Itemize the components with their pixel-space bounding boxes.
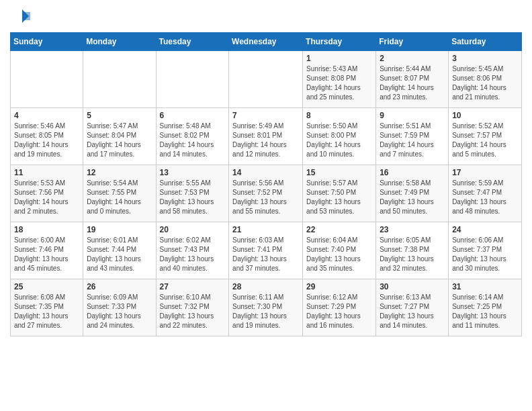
calendar-cell: 7Sunrise: 5:49 AM Sunset: 8:01 PM Daylig… — [229, 108, 303, 165]
day-info: Sunrise: 6:11 AM Sunset: 7:30 PM Dayligh… — [232, 293, 299, 330]
calendar-cell: 22Sunrise: 6:04 AM Sunset: 7:40 PM Dayli… — [303, 222, 376, 279]
calendar-cell: 9Sunrise: 5:51 AM Sunset: 7:59 PM Daylig… — [376, 108, 449, 165]
calendar-week: 4Sunrise: 5:46 AM Sunset: 8:05 PM Daylig… — [11, 108, 522, 165]
calendar-cell: 2Sunrise: 5:44 AM Sunset: 8:07 PM Daylig… — [376, 51, 449, 108]
day-info: Sunrise: 5:48 AM Sunset: 8:02 PM Dayligh… — [160, 122, 226, 159]
day-number: 29 — [306, 282, 372, 291]
page: SundayMondayTuesdayWednesdayThursdayFrid… — [0, 0, 532, 411]
day-info: Sunrise: 5:50 AM Sunset: 8:00 PM Dayligh… — [306, 122, 372, 159]
calendar-cell — [83, 51, 156, 108]
day-number: 16 — [380, 168, 445, 177]
weekday-header: Saturday — [449, 33, 522, 51]
calendar-week: 25Sunrise: 6:08 AM Sunset: 7:35 PM Dayli… — [11, 279, 522, 336]
calendar-cell: 23Sunrise: 6:05 AM Sunset: 7:38 PM Dayli… — [376, 222, 449, 279]
calendar-cell: 29Sunrise: 6:12 AM Sunset: 7:29 PM Dayli… — [303, 279, 376, 336]
calendar-cell: 1Sunrise: 5:43 AM Sunset: 8:08 PM Daylig… — [303, 51, 376, 108]
calendar-week: 11Sunrise: 5:53 AM Sunset: 7:56 PM Dayli… — [11, 165, 522, 222]
day-number: 28 — [232, 282, 299, 291]
day-info: Sunrise: 6:03 AM Sunset: 7:41 PM Dayligh… — [232, 236, 299, 273]
weekday-header: Thursday — [303, 33, 376, 51]
day-number: 26 — [87, 282, 152, 291]
day-info: Sunrise: 6:13 AM Sunset: 7:27 PM Dayligh… — [380, 293, 445, 330]
day-info: Sunrise: 5:59 AM Sunset: 7:47 PM Dayligh… — [452, 179, 518, 216]
svg-marker-1 — [25, 12, 30, 20]
weekday-header: Monday — [83, 33, 156, 51]
weekday-row: SundayMondayTuesdayWednesdayThursdayFrid… — [11, 33, 522, 51]
calendar-cell: 19Sunrise: 6:01 AM Sunset: 7:44 PM Dayli… — [83, 222, 156, 279]
calendar-cell: 27Sunrise: 6:10 AM Sunset: 7:32 PM Dayli… — [156, 279, 229, 336]
calendar-cell: 14Sunrise: 5:56 AM Sunset: 7:52 PM Dayli… — [229, 165, 303, 222]
day-number: 20 — [160, 225, 226, 234]
calendar-cell: 18Sunrise: 6:00 AM Sunset: 7:46 PM Dayli… — [11, 222, 83, 279]
day-number: 11 — [14, 168, 79, 177]
day-info: Sunrise: 6:08 AM Sunset: 7:35 PM Dayligh… — [14, 293, 79, 330]
calendar-cell: 15Sunrise: 5:57 AM Sunset: 7:50 PM Dayli… — [303, 165, 376, 222]
weekday-header: Tuesday — [156, 33, 229, 51]
day-number: 5 — [87, 111, 152, 120]
calendar-cell: 6Sunrise: 5:48 AM Sunset: 8:02 PM Daylig… — [156, 108, 229, 165]
day-number: 15 — [306, 168, 372, 177]
day-info: Sunrise: 5:58 AM Sunset: 7:49 PM Dayligh… — [380, 179, 445, 216]
day-info: Sunrise: 6:01 AM Sunset: 7:44 PM Dayligh… — [87, 236, 152, 273]
day-info: Sunrise: 5:44 AM Sunset: 8:07 PM Dayligh… — [380, 64, 445, 102]
day-info: Sunrise: 6:06 AM Sunset: 7:37 PM Dayligh… — [452, 236, 518, 273]
calendar-cell: 8Sunrise: 5:50 AM Sunset: 8:00 PM Daylig… — [303, 108, 376, 165]
calendar-body: 1Sunrise: 5:43 AM Sunset: 8:08 PM Daylig… — [11, 51, 522, 336]
day-info: Sunrise: 6:02 AM Sunset: 7:43 PM Dayligh… — [160, 236, 226, 273]
day-number: 9 — [380, 111, 445, 120]
day-number: 3 — [452, 54, 518, 63]
calendar-cell: 5Sunrise: 5:47 AM Sunset: 8:04 PM Daylig… — [83, 108, 156, 165]
day-info: Sunrise: 6:00 AM Sunset: 7:46 PM Dayligh… — [14, 236, 79, 273]
day-number: 1 — [306, 54, 372, 63]
calendar-cell: 4Sunrise: 5:46 AM Sunset: 8:05 PM Daylig… — [11, 108, 83, 165]
day-number: 22 — [306, 225, 372, 234]
calendar-cell: 20Sunrise: 6:02 AM Sunset: 7:43 PM Dayli… — [156, 222, 229, 279]
calendar-cell: 21Sunrise: 6:03 AM Sunset: 7:41 PM Dayli… — [229, 222, 303, 279]
calendar-week: 1Sunrise: 5:43 AM Sunset: 8:08 PM Daylig… — [11, 51, 522, 108]
calendar-cell — [11, 51, 83, 108]
day-number: 17 — [452, 168, 518, 177]
calendar-cell: 25Sunrise: 6:08 AM Sunset: 7:35 PM Dayli… — [11, 279, 83, 336]
day-info: Sunrise: 5:57 AM Sunset: 7:50 PM Dayligh… — [306, 179, 372, 216]
day-number: 7 — [232, 111, 299, 120]
calendar-cell: 31Sunrise: 6:14 AM Sunset: 7:25 PM Dayli… — [449, 279, 522, 336]
logo-icon — [10, 7, 30, 27]
calendar-cell: 28Sunrise: 6:11 AM Sunset: 7:30 PM Dayli… — [229, 279, 303, 336]
calendar-week: 18Sunrise: 6:00 AM Sunset: 7:46 PM Dayli… — [11, 222, 522, 279]
day-info: Sunrise: 5:45 AM Sunset: 8:06 PM Dayligh… — [452, 64, 518, 102]
calendar-cell: 16Sunrise: 5:58 AM Sunset: 7:49 PM Dayli… — [376, 165, 449, 222]
day-info: Sunrise: 5:53 AM Sunset: 7:56 PM Dayligh… — [14, 179, 79, 216]
day-number: 27 — [160, 282, 226, 291]
day-info: Sunrise: 6:04 AM Sunset: 7:40 PM Dayligh… — [306, 236, 372, 273]
calendar-cell: 3Sunrise: 5:45 AM Sunset: 8:06 PM Daylig… — [449, 51, 522, 108]
calendar-cell — [229, 51, 303, 108]
day-number: 24 — [452, 225, 518, 234]
weekday-header: Friday — [376, 33, 449, 51]
calendar-header: SundayMondayTuesdayWednesdayThursdayFrid… — [11, 33, 522, 51]
logo — [10, 7, 33, 27]
calendar-cell: 26Sunrise: 6:09 AM Sunset: 7:33 PM Dayli… — [83, 279, 156, 336]
day-info: Sunrise: 5:56 AM Sunset: 7:52 PM Dayligh… — [232, 179, 299, 216]
day-number: 30 — [380, 282, 445, 291]
day-info: Sunrise: 5:54 AM Sunset: 7:55 PM Dayligh… — [87, 179, 152, 216]
calendar-cell: 12Sunrise: 5:54 AM Sunset: 7:55 PM Dayli… — [83, 165, 156, 222]
day-info: Sunrise: 6:10 AM Sunset: 7:32 PM Dayligh… — [160, 293, 226, 330]
day-number: 2 — [380, 54, 445, 63]
day-number: 10 — [452, 111, 518, 120]
day-number: 12 — [87, 168, 152, 177]
day-info: Sunrise: 5:46 AM Sunset: 8:05 PM Dayligh… — [14, 122, 79, 159]
weekday-header: Sunday — [11, 33, 83, 51]
day-number: 14 — [232, 168, 299, 177]
day-number: 13 — [160, 168, 226, 177]
day-number: 4 — [14, 111, 79, 120]
day-info: Sunrise: 5:43 AM Sunset: 8:08 PM Dayligh… — [306, 64, 372, 102]
calendar: SundayMondayTuesdayWednesdayThursdayFrid… — [10, 32, 522, 336]
day-info: Sunrise: 5:55 AM Sunset: 7:53 PM Dayligh… — [160, 179, 226, 216]
day-info: Sunrise: 6:05 AM Sunset: 7:38 PM Dayligh… — [380, 236, 445, 273]
day-number: 19 — [87, 225, 152, 234]
calendar-cell: 30Sunrise: 6:13 AM Sunset: 7:27 PM Dayli… — [376, 279, 449, 336]
weekday-header: Wednesday — [229, 33, 303, 51]
calendar-cell: 17Sunrise: 5:59 AM Sunset: 7:47 PM Dayli… — [449, 165, 522, 222]
day-info: Sunrise: 6:14 AM Sunset: 7:25 PM Dayligh… — [452, 293, 518, 330]
day-number: 8 — [306, 111, 372, 120]
